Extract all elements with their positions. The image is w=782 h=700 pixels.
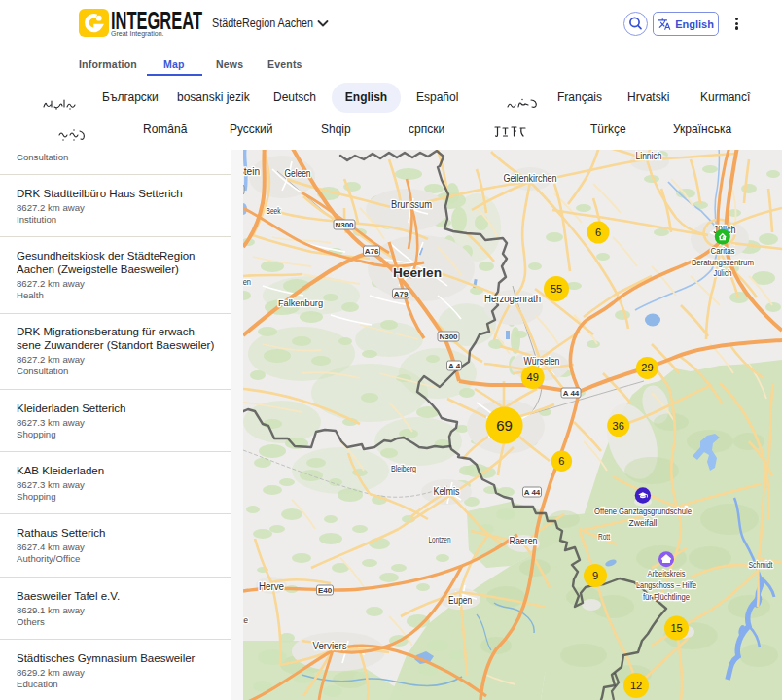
svg-text:Langschoss – Hilfe: Langschoss – Hilfe xyxy=(636,579,696,590)
svg-text:für Flüchtlinge: für Flüchtlinge xyxy=(643,591,690,602)
svg-text:9: 9 xyxy=(592,570,598,581)
svg-text:49: 49 xyxy=(527,371,539,383)
svg-text:Geleen: Geleen xyxy=(285,168,311,179)
svg-text:Falkenburg: Falkenburg xyxy=(278,298,323,308)
svg-text:29: 29 xyxy=(641,362,653,373)
svg-text:N300: N300 xyxy=(335,221,354,229)
svg-text:sen: sen xyxy=(243,277,251,287)
svg-text:Herzogenrath: Herzogenrath xyxy=(484,294,541,304)
svg-text:Jülich: Jülich xyxy=(714,267,732,278)
svg-text:Arbeitskreis: Arbeitskreis xyxy=(648,568,686,578)
svg-text:Heerlen: Heerlen xyxy=(393,265,442,280)
svg-text:Schmidt: Schmidt xyxy=(749,560,774,570)
svg-text:Herve: Herve xyxy=(259,581,284,592)
svg-text:15: 15 xyxy=(670,622,682,634)
svg-text:Stein: Stein xyxy=(243,166,260,177)
svg-text:A79: A79 xyxy=(394,290,409,298)
svg-text:36: 36 xyxy=(613,420,624,432)
svg-text:Beratungszentrum: Beratungszentrum xyxy=(692,257,754,267)
svg-text:6: 6 xyxy=(558,455,564,467)
svg-text:Beek: Beek xyxy=(267,206,282,216)
svg-text:Eupen: Eupen xyxy=(448,595,472,606)
svg-text:69: 69 xyxy=(496,417,513,434)
svg-text:A 44: A 44 xyxy=(563,389,580,398)
svg-text:Würselen: Würselen xyxy=(524,356,560,367)
svg-text:12: 12 xyxy=(630,680,642,691)
svg-text:A 4: A 4 xyxy=(448,362,461,370)
svg-text:6: 6 xyxy=(595,227,601,238)
svg-text:55: 55 xyxy=(551,283,562,295)
svg-text:Bleiberg: Bleiberg xyxy=(391,464,416,473)
svg-text:Zweifall: Zweifall xyxy=(629,517,658,528)
svg-text:ne: ne xyxy=(243,615,248,625)
svg-text:Verviers: Verviers xyxy=(313,641,347,651)
svg-text:Geilenkirchen: Geilenkirchen xyxy=(504,173,557,184)
svg-text:Brunssum: Brunssum xyxy=(391,199,432,210)
svg-text:Rott: Rott xyxy=(598,532,610,542)
svg-text:Caritas: Caritas xyxy=(711,245,735,256)
svg-text:E40: E40 xyxy=(318,586,333,595)
svg-text:A76: A76 xyxy=(365,247,379,256)
svg-text:Offene Ganztagsgrundschule: Offene Ganztagsgrundschule xyxy=(594,506,692,516)
svg-text:N300: N300 xyxy=(439,332,458,341)
svg-text:Raeren: Raeren xyxy=(510,536,538,546)
svg-text:A 44: A 44 xyxy=(524,488,541,497)
svg-text:Kelmis: Kelmis xyxy=(434,486,460,497)
svg-text:Linnich: Linnich xyxy=(636,151,662,161)
svg-text:Lontzen: Lontzen xyxy=(429,535,451,544)
